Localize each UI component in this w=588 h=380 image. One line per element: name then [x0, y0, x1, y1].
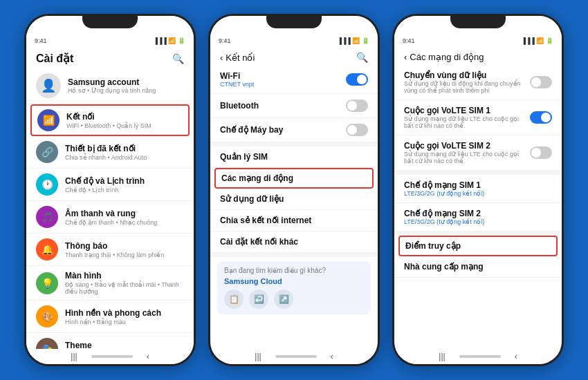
- chuyen-vung-subtitle: Sử dụng dữ liệu di động khi đang chuyển …: [404, 80, 524, 94]
- thong-bao-title: Thông báo: [65, 241, 184, 251]
- home-btn-2[interactable]: [275, 355, 317, 358]
- che-do-mang-sim2-title: Chế độ mạng SIM 2: [404, 209, 484, 218]
- am-thanh-icon: 🎵: [36, 206, 58, 228]
- phone-3-bottom: ||| ‹: [394, 349, 562, 364]
- back-arrow-3: ‹: [404, 52, 407, 62]
- screen-2: ‹ Kết nối 🔍 Wi-Fi CTNET vnpt Bluetooth C…: [210, 46, 378, 349]
- phone-1-top-bar: [26, 16, 194, 35]
- home-btn-1[interactable]: [91, 355, 133, 358]
- thong-bao-subtitle: Thanh trạng thái • Không làm phiền: [65, 251, 184, 258]
- nav-back-2[interactable]: ‹: [331, 352, 333, 361]
- suggest-icon-3: ↗️: [274, 289, 293, 309]
- status-bar-2: 9:41 ▐▐▐ 📶 🔋: [210, 35, 378, 46]
- suggest-icon-1: 📋: [224, 289, 244, 309]
- phone-1-bottom: ||| ‹: [26, 349, 194, 364]
- menu-item-volte-1[interactable]: Cuộc gọi VoLTE SIM 1 Sử dụng mạng dữ liệ…: [394, 100, 562, 135]
- back-arrow-2: ‹: [220, 53, 223, 63]
- bluetooth-title: Bluetooth: [220, 101, 259, 111]
- ket-noi-icon: 📶: [37, 109, 59, 131]
- menu-item-wifi[interactable]: Wi-Fi CTNET vnpt: [210, 66, 378, 94]
- status-bar-3: 9:41 ▐▐▐ 📶 🔋: [394, 35, 562, 46]
- wifi-subtitle: CTNET vnpt: [220, 81, 254, 88]
- phone-1: 9:41 ▐▐▐ 📶 🔋 Cài đặt 🔍 👤 Samsung account…: [24, 14, 196, 366]
- suggest-samsung-cloud[interactable]: Samsung Cloud: [224, 277, 364, 285]
- suggest-icon-2: ↩️: [249, 289, 268, 309]
- menu-item-su-dung[interactable]: Sử dụng dữ liệu: [210, 189, 378, 210]
- phone-2-bottom: ||| ‹: [210, 349, 378, 364]
- am-thanh-subtitle: Chế độ âm thanh • Nhạc chuông: [65, 219, 184, 226]
- man-hinh-icon: 💡: [36, 272, 58, 294]
- nav-back-3[interactable]: ‹: [515, 352, 517, 361]
- suggest-question: Bạn đang tìm kiếm điều gì khác?: [224, 267, 364, 274]
- su-dung-title: Sử dụng dữ liệu: [220, 194, 284, 204]
- search-icon-2[interactable]: 🔍: [356, 52, 368, 63]
- divider-phone2-2: [210, 253, 378, 257]
- menu-item-thiet-bi[interactable]: 🔗 Thiết bị đã kết nối Chia sẻ nhanh • An…: [26, 136, 194, 169]
- menu-item-quanly-sim[interactable]: Quản lý SIM: [210, 146, 378, 168]
- menu-item-che-do-mang-sim1[interactable]: Chế độ mạng SIM 1 LTE/3G/2G (tự động kết…: [394, 175, 562, 203]
- cai-dat-ket-noi-title: Cài đặt kết nối khác: [220, 237, 298, 247]
- nav-back-1[interactable]: ‹: [147, 352, 149, 361]
- account-name: Samsung account: [68, 77, 156, 87]
- search-suggest: Bạn đang tìm kiếm điều gì khác? Samsung …: [217, 261, 371, 314]
- nav-menu-1[interactable]: |||: [71, 352, 77, 361]
- menu-item-volte-2[interactable]: Cuộc gọi VoLTE SIM 2 Sử dụng mạng dữ liệ…: [394, 135, 562, 171]
- notch-3: [450, 16, 506, 28]
- menu-item-che-do[interactable]: 🕐 Chế độ và Lịch trình Chế độ • Lịch trì…: [26, 169, 194, 201]
- theme-title: Theme: [65, 341, 184, 350]
- volte-1-toggle[interactable]: [530, 111, 552, 124]
- menu-item-che-do-mang-sim2[interactable]: Chế độ mạng SIM 2 LTE/3G/2G (tự động kết…: [394, 203, 562, 231]
- ket-noi-subtitle: WiFi • Bluetooth • Quản lý SIM: [66, 122, 183, 129]
- volte-2-title: Cuộc gọi VoLTE SIM 2: [404, 141, 524, 151]
- theme-icon: 🎭: [36, 338, 58, 349]
- thiet-bi-icon: 🔗: [36, 141, 58, 163]
- menu-item-hinh-nen[interactable]: 🎨 Hình nền và phong cách Hình nền • Bảng…: [26, 301, 194, 333]
- back-label-3: Các mạng di động: [410, 52, 484, 62]
- menu-item-cai-dat-ket-noi[interactable]: Cài đặt kết nối khác: [210, 231, 378, 253]
- samsung-account[interactable]: 👤 Samsung account Hồ sơ • Ứng dụng và tí…: [26, 68, 194, 104]
- menu-item-thong-bao[interactable]: 🔔 Thông báo Thanh trạng thái • Không làm…: [26, 234, 194, 266]
- che-do-subtitle: Chế độ • Lịch trình: [65, 187, 184, 193]
- chuyen-vung-toggle[interactable]: [530, 76, 552, 88]
- man-hinh-title: Màn hình: [65, 271, 184, 281]
- che-do-mang-sim1-subtitle: LTE/3G/2G (tự động kết nối): [404, 190, 484, 197]
- volte-1-subtitle: Sử dụng mạng dữ liệu LTE cho cuộc gọi bấ…: [404, 115, 524, 129]
- home-btn-3[interactable]: [459, 355, 501, 358]
- menu-item-airplane[interactable]: Chế độ Máy bay: [210, 118, 378, 142]
- volte-2-toggle[interactable]: [530, 146, 552, 159]
- nha-cung-cap-title: Nhà cung cấp mạng: [404, 262, 484, 272]
- menu-item-man-hinh[interactable]: 💡 Màn hình Độ sáng • Bảo vệ mắt thoải má…: [26, 266, 194, 301]
- thiet-bi-subtitle: Chia sẻ nhanh • Android Auto: [65, 154, 184, 161]
- back-label-2: Kết nối: [226, 53, 255, 63]
- man-hinh-subtitle: Độ sáng • Bảo vệ mắt thoải mái • Thanh đ…: [65, 281, 184, 295]
- back-button-3[interactable]: ‹ Các mạng di động: [404, 52, 484, 62]
- quanly-sim-title: Quản lý SIM: [220, 152, 268, 162]
- menu-item-cac-mang[interactable]: Các mạng di động: [214, 168, 374, 189]
- menu-item-diem-truy-cap[interactable]: Điểm truy cập: [398, 236, 558, 256]
- back-button-2[interactable]: ‹ Kết nối: [220, 53, 255, 63]
- airplane-toggle[interactable]: [346, 124, 368, 136]
- hinh-nen-subtitle: Hình nền • Bảng màu: [65, 319, 184, 325]
- menu-item-theme[interactable]: 🎭 Theme Theme • Hình nền • Biểu tượng: [26, 333, 194, 349]
- menu-item-ket-noi[interactable]: 📶 Kết nối WiFi • Bluetooth • Quản lý SIM: [30, 104, 190, 136]
- search-icon-1[interactable]: 🔍: [172, 53, 184, 64]
- thong-bao-icon: 🔔: [36, 238, 58, 260]
- nav-menu-3[interactable]: |||: [439, 352, 445, 361]
- cac-mang-title: Các mạng di động: [221, 173, 293, 183]
- bluetooth-toggle[interactable]: [346, 99, 368, 112]
- airplane-title: Chế độ Máy bay: [220, 125, 283, 135]
- menu-item-chia-se[interactable]: Chia sẻ kết nối internet: [210, 210, 378, 231]
- notch-2: [266, 16, 322, 28]
- chia-se-title: Chia sẻ kết nối internet: [220, 216, 311, 225]
- avatar: 👤: [36, 73, 61, 98]
- phone-2: 9:41 ▐▐▐ 📶 🔋 ‹ Kết nối 🔍 Wi-Fi CTNET vnp…: [208, 14, 380, 366]
- nav-menu-2[interactable]: |||: [255, 352, 261, 361]
- wifi-toggle[interactable]: [346, 73, 368, 86]
- chuyen-vung-title: Chuyển vùng dữ liệu: [404, 70, 524, 80]
- menu-item-bluetooth[interactable]: Bluetooth: [210, 94, 378, 118]
- header-3: ‹ Các mạng di động: [394, 46, 562, 65]
- suggest-icons: 📋 ↩️ ↗️: [224, 289, 364, 309]
- menu-item-nha-cung-cap[interactable]: Nhà cung cấp mạng: [394, 256, 562, 278]
- menu-item-chuyen-vung[interactable]: Chuyển vùng dữ liệu Sử dụng dữ liệu di đ…: [394, 65, 562, 100]
- menu-item-am-thanh[interactable]: 🎵 Âm thanh và rung Chế độ âm thanh • Nhạ…: [26, 201, 194, 234]
